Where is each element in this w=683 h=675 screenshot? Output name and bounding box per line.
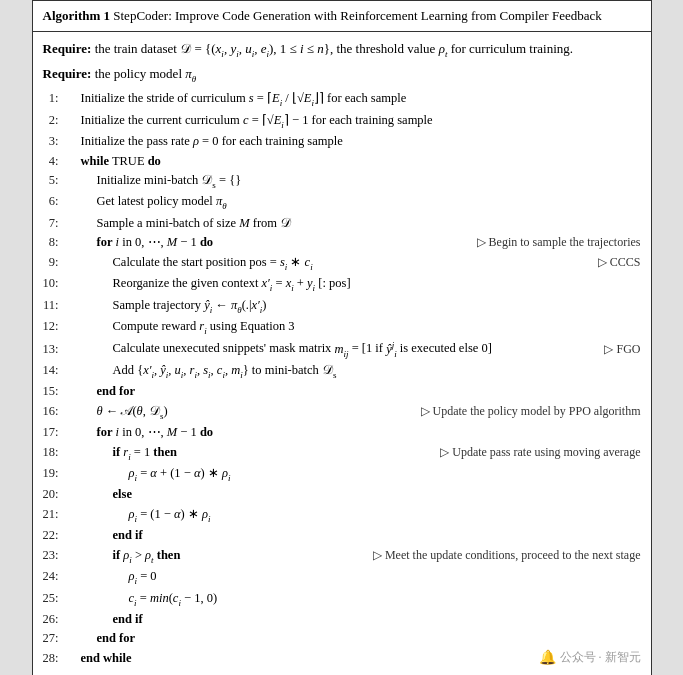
line-content-16: θ ← 𝒜(θ, 𝒟s) xyxy=(65,402,411,423)
line-content-25: ci = min(ci − 1, 0) xyxy=(65,589,641,610)
line-content-9: Calculate the start position pos = si ∗ … xyxy=(65,253,588,274)
line-content-10: Reorganize the given context x′i = xi + … xyxy=(65,274,641,295)
algo-line-25: 25: ci = min(ci − 1, 0) xyxy=(43,589,641,610)
line-content-4: while TRUE do xyxy=(65,152,641,171)
line-content-19: ρi = α + (1 − α) ∗ ρi xyxy=(65,464,641,485)
line-num-15: 15: xyxy=(43,382,65,401)
algorithm-header: Algorithm 1 StepCoder: Improve Code Gene… xyxy=(33,1,651,32)
line-num-22: 22: xyxy=(43,526,65,545)
line-comment-16: ▷ Update the policy model by PPO algorit… xyxy=(411,402,641,421)
line-num-9: 9: xyxy=(43,253,65,272)
line-num-18: 18: xyxy=(43,443,65,462)
line-num-11: 11: xyxy=(43,296,65,315)
algo-line-19: 19: ρi = α + (1 − α) ∗ ρi xyxy=(43,464,641,485)
algo-line-18: 18: if ri = 1 then ▷ Update pass rate us… xyxy=(43,443,641,464)
algo-line-27: 27: end for xyxy=(43,629,641,648)
line-num-20: 20: xyxy=(43,485,65,504)
require-label-1: Require: xyxy=(43,41,95,56)
algo-line-2: 2: Initialize the current curriculum c =… xyxy=(43,111,641,132)
line-content-1: Initialize the stride of curriculum s = … xyxy=(65,89,641,110)
line-content-17: for i in 0, ⋯, M − 1 do xyxy=(65,423,641,442)
algo-line-1: 1: Initialize the stride of curriculum s… xyxy=(43,89,641,110)
line-content-8: for i in 0, ⋯, M − 1 do xyxy=(65,233,467,252)
algo-line-17: 17: for i in 0, ⋯, M − 1 do xyxy=(43,423,641,442)
line-content-11: Sample trajectory ŷi ← πθ(.|x′i) xyxy=(65,296,641,317)
line-num-27: 27: xyxy=(43,629,65,648)
line-content-24: ρi = 0 xyxy=(65,567,641,588)
algorithm-body: Require: the train dataset 𝒟 = {(xi, yi,… xyxy=(33,32,651,675)
algo-line-10: 10: Reorganize the given context x′i = x… xyxy=(43,274,641,295)
line-content-21: ρi = (1 − α) ∗ ρi xyxy=(65,505,641,526)
line-content-27: end for xyxy=(65,629,641,648)
line-comment-9: ▷ CCCS xyxy=(588,253,641,272)
line-num-12: 12: xyxy=(43,317,65,336)
line-content-5: Initialize mini-batch 𝒟s = {} xyxy=(65,171,641,192)
line-num-1: 1: xyxy=(43,89,65,108)
algo-line-6: 6: Get latest policy model πθ xyxy=(43,192,641,213)
algo-line-4: 4: while TRUE do xyxy=(43,152,641,171)
line-num-6: 6: xyxy=(43,192,65,211)
algorithm-box: Algorithm 1 StepCoder: Improve Code Gene… xyxy=(32,0,652,675)
algo-line-13: 13: Calculate unexecuted snippets' mask … xyxy=(43,338,641,361)
line-num-8: 8: xyxy=(43,233,65,252)
algorithm-name: StepCoder: Improve Code Generation with … xyxy=(113,8,601,23)
algo-line-24: 24: ρi = 0 xyxy=(43,567,641,588)
line-num-5: 5: xyxy=(43,171,65,190)
algo-line-11: 11: Sample trajectory ŷi ← πθ(.|x′i) xyxy=(43,296,641,317)
line-num-2: 2: xyxy=(43,111,65,130)
line-num-21: 21: xyxy=(43,505,65,524)
line-num-10: 10: xyxy=(43,274,65,293)
line-content-18: if ri = 1 then xyxy=(65,443,431,464)
algo-line-3: 3: Initialize the pass rate ρ = 0 for ea… xyxy=(43,132,641,151)
line-content-12: Compute reward ri using Equation 3 xyxy=(65,317,641,338)
line-num-7: 7: xyxy=(43,214,65,233)
algo-line-14: 14: Add {x′i, ŷi, ui, ri, si, ci, mi} to… xyxy=(43,361,641,382)
algo-line-26: 26: end if xyxy=(43,610,641,629)
algo-line-22: 22: end if xyxy=(43,526,641,545)
require-text-1: the train dataset 𝒟 = {(xi, yi, ui, ei),… xyxy=(95,41,573,56)
line-content-14: Add {x′i, ŷi, ui, ri, si, ci, mi} to min… xyxy=(65,361,641,382)
watermark-icon: 🔔 xyxy=(539,649,556,666)
algo-line-23: 23: if ρi > ρt then ▷ Meet the update co… xyxy=(43,546,641,567)
line-content-15: end for xyxy=(65,382,641,401)
line-comment-8: ▷ Begin to sample the trajectories xyxy=(467,233,641,252)
line-num-3: 3: xyxy=(43,132,65,151)
line-num-28: 28: xyxy=(43,649,65,668)
line-num-16: 16: xyxy=(43,402,65,421)
algo-line-15: 15: end for xyxy=(43,382,641,401)
watermark: 🔔 公众号 · 新智元 xyxy=(539,649,641,666)
line-comment-23: ▷ Meet the update conditions, proceed to… xyxy=(363,546,641,565)
algo-line-8: 8: for i in 0, ⋯, M − 1 do ▷ Begin to sa… xyxy=(43,233,641,252)
line-content-23: if ρi > ρt then xyxy=(65,546,363,567)
line-content-20: else xyxy=(65,485,641,504)
line-content-6: Get latest policy model πθ xyxy=(65,192,641,213)
line-content-2: Initialize the current curriculum c = ⌈√… xyxy=(65,111,641,132)
algorithm-label: Algorithm 1 xyxy=(43,8,111,23)
line-content-26: end if xyxy=(65,610,641,629)
line-num-17: 17: xyxy=(43,423,65,442)
line-num-23: 23: xyxy=(43,546,65,565)
watermark-text: 公众号 · 新智元 xyxy=(560,649,641,666)
line-content-13: Calculate unexecuted snippets' mask matr… xyxy=(65,338,595,361)
line-content-7: Sample a mini-batch of size M from 𝒟 xyxy=(65,214,641,233)
line-comment-18: ▷ Update pass rate using moving average xyxy=(430,443,640,462)
algo-line-16: 16: θ ← 𝒜(θ, 𝒟s) ▷ Update the policy mod… xyxy=(43,402,641,423)
line-num-19: 19: xyxy=(43,464,65,483)
require-line-2: Require: the policy model πθ xyxy=(43,64,641,86)
algo-line-12: 12: Compute reward ri using Equation 3 xyxy=(43,317,641,338)
algo-line-5: 5: Initialize mini-batch 𝒟s = {} xyxy=(43,171,641,192)
algo-line-21: 21: ρi = (1 − α) ∗ ρi xyxy=(43,505,641,526)
require-line-1: Require: the train dataset 𝒟 = {(xi, yi,… xyxy=(43,39,641,61)
line-num-24: 24: xyxy=(43,567,65,586)
line-num-4: 4: xyxy=(43,152,65,171)
line-content-3: Initialize the pass rate ρ = 0 for each … xyxy=(65,132,641,151)
line-num-14: 14: xyxy=(43,361,65,380)
line-content-22: end if xyxy=(65,526,641,545)
line-comment-13: ▷ FGO xyxy=(594,340,640,359)
line-num-13: 13: xyxy=(43,340,65,359)
algo-line-20: 20: else xyxy=(43,485,641,504)
algo-line-7: 7: Sample a mini-batch of size M from 𝒟 xyxy=(43,214,641,233)
algo-line-9: 9: Calculate the start position pos = si… xyxy=(43,253,641,274)
line-num-25: 25: xyxy=(43,589,65,608)
require-text-2: the policy model πθ xyxy=(95,66,197,81)
